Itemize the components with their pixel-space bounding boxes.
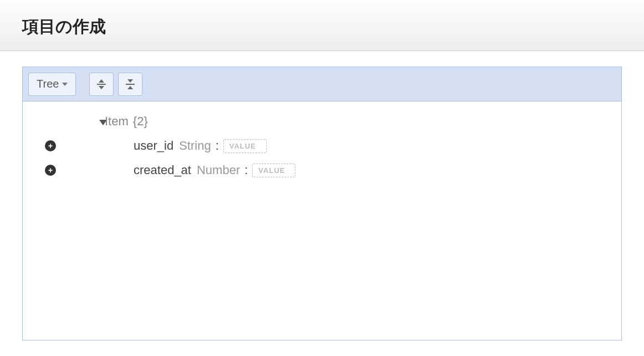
toolbar-icon-group — [89, 73, 142, 96]
expand-all-button[interactable] — [89, 73, 114, 96]
field-name: user_id — [134, 139, 173, 153]
field-name: created_at — [134, 163, 191, 177]
root-label: Item — [105, 114, 129, 129]
content-area: Tree — [0, 51, 644, 356]
field-value-input[interactable] — [223, 139, 267, 153]
tree-body: Item {2} + user_id String : + created_at — [23, 101, 621, 340]
header-bar: 項目の作成 — [0, 0, 644, 51]
field-type[interactable]: String — [179, 139, 211, 153]
field-value-input[interactable] — [252, 164, 295, 177]
field-type[interactable]: Number — [197, 163, 240, 177]
editor-toolbar: Tree — [23, 67, 621, 101]
root-count: {2} — [133, 114, 148, 129]
collapse-all-button[interactable] — [118, 73, 142, 96]
caret-down-icon — [62, 83, 68, 86]
tree-field-row: + created_at Number : — [23, 158, 621, 182]
add-field-button[interactable]: + — [45, 140, 56, 151]
add-field-button[interactable]: + — [45, 165, 56, 176]
editor-panel: Tree — [22, 67, 622, 340]
view-mode-dropdown[interactable]: Tree — [28, 73, 76, 96]
view-mode-label: Tree — [37, 78, 59, 90]
tree-field-row: + user_id String : — [23, 134, 621, 158]
tree-root-row: Item {2} — [23, 109, 621, 134]
colon-separator: : — [216, 139, 219, 153]
expand-icon — [97, 79, 106, 89]
page-title: 項目の作成 — [22, 16, 622, 38]
colon-separator: : — [244, 163, 248, 177]
collapse-icon — [126, 79, 135, 89]
